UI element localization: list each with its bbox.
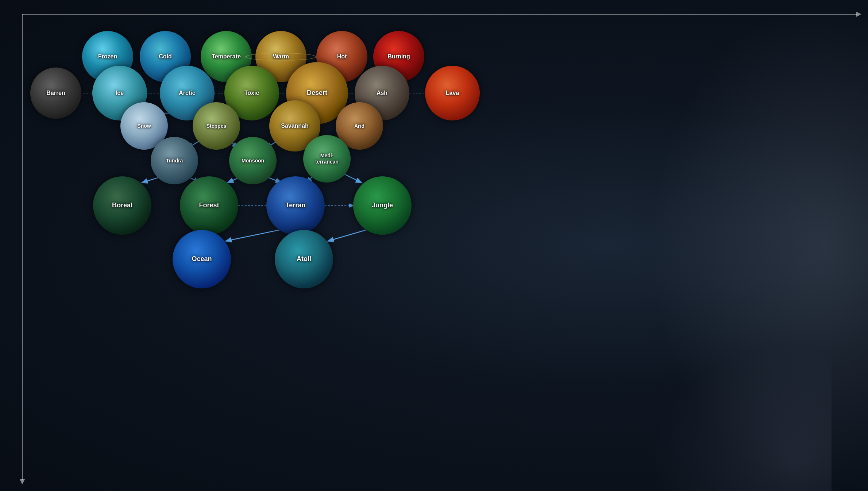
planet-ring-warm	[245, 53, 317, 61]
planet-label-barren: Barren	[46, 89, 65, 96]
planet-label-cold: Cold	[159, 53, 172, 60]
planet-circle-forest: Forest	[180, 176, 238, 235]
planet-label-snow: Snow	[137, 123, 151, 129]
planet-label-tundra: Tundra	[166, 158, 183, 164]
planet-label-toxic: Toxic	[244, 89, 259, 96]
planet-label-forest: Forest	[199, 202, 219, 210]
planet-jungle[interactable]: Jungle	[353, 176, 412, 235]
planet-label-savannah: Savannah	[281, 122, 309, 129]
planet-label-hot: Hot	[337, 53, 347, 60]
planet-label-monsoon: Monsoon	[242, 158, 264, 164]
planet-circle-boreal: Boreal	[93, 176, 151, 235]
planet-atoll[interactable]: Atoll	[275, 230, 333, 288]
planet-ocean[interactable]: Ocean	[173, 230, 231, 288]
planet-label-jungle: Jungle	[372, 202, 393, 210]
planet-label-warm: Warm	[273, 53, 289, 60]
planet-label-ice: Ice	[116, 89, 124, 96]
planet-circle-mediterranean: Medi-terranean	[303, 135, 351, 183]
planet-lava[interactable]: Lava	[425, 66, 480, 120]
planet-label-mediterranean: Medi-terranean	[315, 153, 339, 165]
planet-label-desert: Desert	[307, 89, 327, 97]
planet-label-arctic: Arctic	[179, 89, 195, 96]
planet-label-temperate: Temperate	[212, 53, 241, 60]
planet-barren[interactable]: Barren	[30, 68, 81, 119]
planet-label-lava: Lava	[446, 89, 459, 96]
planet-label-ocean: Ocean	[192, 255, 212, 263]
planet-circle-jungle: Jungle	[353, 176, 412, 235]
planet-mediterranean[interactable]: Medi-terranean	[303, 135, 351, 183]
planet-circle-ocean: Ocean	[173, 230, 231, 288]
planet-label-frozen: Frozen	[98, 53, 117, 60]
planet-circle-atoll: Atoll	[275, 230, 333, 288]
fog-effect-2	[649, 345, 832, 491]
planet-label-arid: Arid	[354, 123, 364, 129]
planet-circle-lava: Lava	[425, 66, 480, 120]
temperature-axis	[22, 14, 857, 15]
planet-label-terran: Terran	[286, 202, 306, 210]
planet-forest[interactable]: Forest	[180, 176, 238, 235]
planet-terran[interactable]: Terran	[266, 176, 325, 235]
planet-label-steppes: Steppes	[207, 123, 226, 129]
planet-label-ash: Ash	[377, 89, 387, 96]
biodiversity-axis	[22, 14, 23, 480]
planet-label-atoll: Atoll	[297, 255, 311, 263]
planet-label-burning: Burning	[387, 53, 410, 60]
planet-label-boreal: Boreal	[112, 202, 132, 210]
planet-circle-terran: Terran	[266, 176, 325, 235]
fog-effect	[649, 0, 868, 491]
planet-circle-barren: Barren	[30, 68, 81, 119]
planet-boreal[interactable]: Boreal	[93, 176, 151, 235]
